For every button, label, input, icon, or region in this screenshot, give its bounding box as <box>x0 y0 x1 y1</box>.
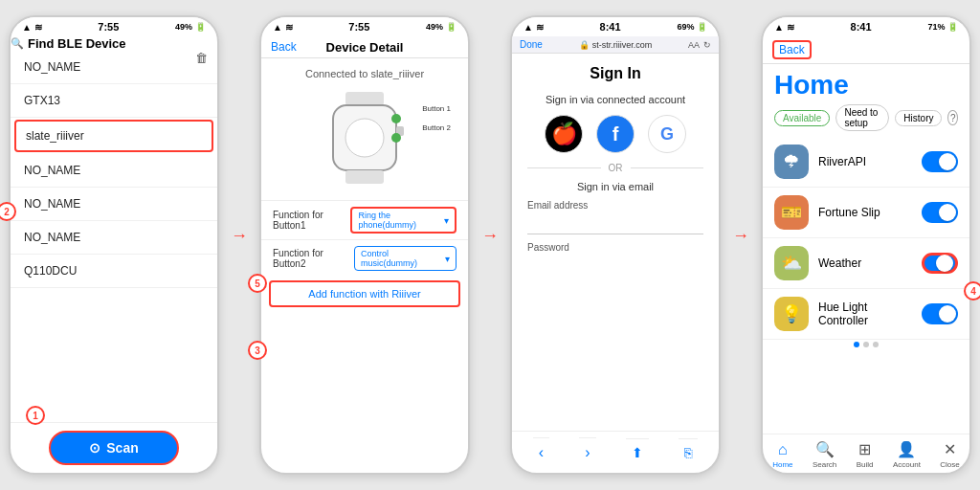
add-function-button[interactable]: Add function with Riiiver <box>269 280 460 307</box>
done-btn[interactable]: Done <box>520 39 543 50</box>
email-input[interactable] <box>527 214 703 234</box>
or-divider: OR <box>527 163 703 173</box>
dot-1 <box>854 342 859 347</box>
filter-tabs: Available Need to setup History ? <box>763 104 969 137</box>
google-sign-in-button[interactable]: G <box>648 115 686 153</box>
list-item[interactable]: NO_NAME <box>11 188 217 221</box>
phone-panel2: ▲ ≋ 7:55 49% 🔋 Back Device Detail Connec… <box>259 15 470 475</box>
list-item[interactable]: Q110DCU <box>11 255 217 288</box>
battery-4: 71% 🔋 <box>927 22 958 32</box>
status-bar-3: ▲ ≋ 8:41 69% 🔋 <box>512 17 719 36</box>
device-name-riiverapI: RiiverAPI <box>818 155 912 168</box>
svg-point-6 <box>391 133 401 143</box>
time-1: 7:55 <box>98 21 119 33</box>
chevron-icon: ▾ <box>444 215 449 226</box>
annotation-circle-5: 5 <box>248 274 267 293</box>
function-btn1-value: Ring the phone(dummy) <box>358 211 441 230</box>
list-item[interactable]: NO_NAME <box>11 51 217 84</box>
function-btn1-select[interactable]: Ring the phone(dummy) ▾ <box>350 207 457 234</box>
account-nav-icon: 👤 <box>897 440 916 458</box>
back-button-2[interactable]: Back <box>271 40 297 54</box>
dot-3 <box>873 342 879 347</box>
facebook-sign-in-button[interactable]: f <box>596 115 635 153</box>
filter-available[interactable]: Available <box>774 110 830 126</box>
list-item-slate[interactable]: slate_riiiver <box>14 120 213 152</box>
filter-history[interactable]: History <box>895 110 942 126</box>
panel4-wrapper: ▲ ≋ 8:41 71% 🔋 Back Home Available Need … <box>761 15 971 475</box>
phone-panel4: ▲ ≋ 8:41 71% 🔋 Back Home Available Need … <box>761 15 971 475</box>
browser-bar: Done 🔒 st-str.riiiver.com AA ↻ <box>512 36 719 54</box>
button2-label: Button 2 <box>422 123 451 132</box>
device-row-hue: 💡 Hue Light Controller <box>763 289 969 340</box>
svg-rect-0 <box>345 92 384 105</box>
list-item[interactable]: GTX13 <box>11 84 217 118</box>
phone-panel3: ▲ ≋ 8:41 69% 🔋 Done 🔒 st-str.riiiver.com… <box>510 15 721 475</box>
bottom-nav-search[interactable]: 🔍 Search <box>813 440 836 469</box>
device-row-fortune: 🎫 Fortune Slip <box>763 188 969 238</box>
time-3: 8:41 <box>600 21 621 33</box>
chevron-icon-2: ▾ <box>445 254 450 264</box>
toggle-fortune[interactable] <box>922 202 958 223</box>
bottom-nav-build[interactable]: ⊞ Build <box>857 440 874 469</box>
trash-icon[interactable]: 🗑 <box>195 51 208 65</box>
function-btn1-label: Function for Button1 <box>273 210 350 231</box>
device-list[interactable]: NO_NAME GTX13 slate_riiiver NO_NAME NO_N… <box>11 51 217 422</box>
wifi-icon: ▲ ≋ <box>22 22 42 33</box>
bottom-nav-account[interactable]: 👤 Account <box>893 440 921 469</box>
apple-logo: 🍎 <box>551 122 577 146</box>
annotation-circle-1: 1 <box>26 406 45 425</box>
function-btn2-value: Control music(dummy) <box>361 249 442 268</box>
home-nav-label: Home <box>772 460 792 469</box>
function-btn2-select[interactable]: Control music(dummy) ▾ <box>354 246 457 271</box>
svg-rect-3 <box>345 170 384 184</box>
list-item[interactable]: NO_NAME <box>11 154 217 188</box>
list-item[interactable]: NO_NAME <box>11 221 217 255</box>
phone-panel1: ▲ ≋ 7:55 49% 🔋 🔍 Find BLE Device 🗑 NO_NA… <box>9 15 219 475</box>
battery-1: 49% 🔋 <box>175 22 206 32</box>
wifi-icon-4: ▲ ≋ <box>774 22 794 33</box>
time-4: 8:41 <box>851 21 872 33</box>
bookmark-icon[interactable]: ⎘ <box>679 438 698 466</box>
arrow-1-2: → <box>231 226 248 246</box>
email-label: Email address <box>527 200 703 211</box>
account-nav-label: Account <box>893 460 921 469</box>
back-browser-icon[interactable]: ‹ <box>533 437 549 467</box>
status-bar-2: ▲ ≋ 7:55 49% 🔋 <box>261 17 468 36</box>
wifi-icon-2: ▲ ≋ <box>273 22 293 33</box>
share-icon[interactable]: ⬆ <box>626 438 649 466</box>
svg-point-5 <box>391 114 401 123</box>
scan-label: Scan <box>106 440 138 456</box>
build-nav-icon: ⊞ <box>858 440 871 458</box>
apple-sign-in-button[interactable]: 🍎 <box>545 115 583 153</box>
sign-in-title: Sign In <box>527 65 703 82</box>
bottom-nav-close[interactable]: ✕ Close <box>940 440 959 469</box>
toggle-hue[interactable] <box>922 303 958 324</box>
annotation-circle-4: 4 <box>964 281 980 301</box>
status-bar-1: ▲ ≋ 7:55 49% 🔋 <box>11 17 217 36</box>
search-nav-icon: 🔍 <box>815 440 835 458</box>
annotation-circle-3: 3 <box>248 341 267 360</box>
lock-icon: 🔒 <box>579 40 590 50</box>
help-icon[interactable]: ? <box>947 110 958 125</box>
divider-line-left <box>527 167 601 168</box>
panel2-wrapper: ▲ ≋ 7:55 49% 🔋 Back Device Detail Connec… <box>259 15 470 475</box>
or-text: OR <box>609 163 623 173</box>
device-name-fortune: Fortune Slip <box>818 206 912 219</box>
refresh-icon[interactable]: ↻ <box>703 40 711 50</box>
filter-need-setup[interactable]: Need to setup <box>835 104 889 131</box>
nav-bar-4: Back <box>763 36 969 64</box>
time-2: 7:55 <box>348 21 369 33</box>
toggle-riiverapI[interactable] <box>922 151 958 172</box>
scan-button[interactable]: ⊙ Scan <box>49 431 178 465</box>
font-size-icon[interactable]: AA <box>688 40 700 50</box>
weather-icon: ⛅ <box>774 246 809 280</box>
dot-2 <box>863 342 869 347</box>
back-button-4[interactable]: Back <box>772 40 812 59</box>
build-nav-label: Build <box>857 460 874 469</box>
bottom-nav: ⌂ Home 🔍 Search ⊞ Build 👤 Account ✕ <box>763 434 969 473</box>
arrow-2-3: → <box>481 226 499 246</box>
search-nav-label: Search <box>813 460 836 469</box>
toggle-weather[interactable] <box>922 253 958 274</box>
bottom-nav-home[interactable]: ⌂ Home <box>772 441 792 469</box>
forward-browser-icon[interactable]: › <box>579 437 595 467</box>
